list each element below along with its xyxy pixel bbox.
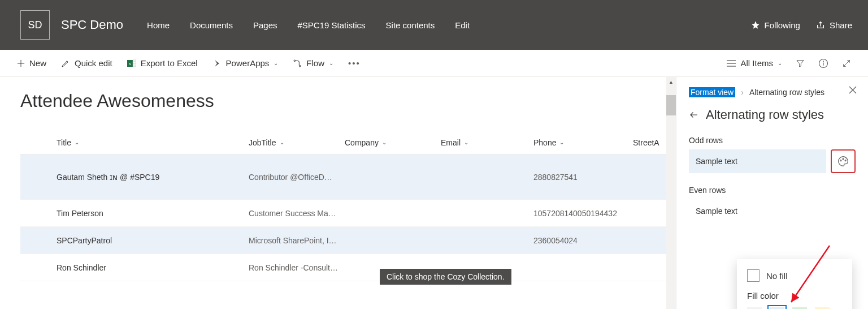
crumb-current: Alternating row styles [749,88,824,97]
chevron-down-icon: ⌄ [75,139,79,145]
even-rows-label: Even rows [689,186,856,195]
back-button[interactable] [689,110,699,120]
ellipsis-icon: ••• [348,58,361,68]
cell-title[interactable]: SPCPartyPatrol [57,236,249,245]
sample-text: Sample text [696,207,737,216]
nav-edit[interactable]: Edit [455,20,470,30]
nav-pages[interactable]: Pages [253,20,277,30]
svg-point-15 [843,158,844,160]
cell-job: Customer Success Ma… [249,209,345,218]
sample-text: Sample text [696,157,737,166]
table-header: Title⌄ JobTitle⌄ Company⌄ Email⌄ Phone⌄ … [20,131,676,154]
col-jobtitle[interactable]: JobTitle⌄ [249,138,345,147]
chevron-right-icon: › [741,88,744,97]
follow-label: Following [765,20,800,30]
col-company[interactable]: Company⌄ [345,138,441,147]
powerapps-icon [212,59,222,68]
powerapps-label: PowerApps [226,58,270,68]
list-icon [727,60,736,67]
crumb-format-view[interactable]: Format view [689,87,735,97]
edit-odd-style-button[interactable] [831,149,856,173]
flow-button[interactable]: Flow ⌄ [293,58,333,68]
odd-rows-label: Odd rows [689,136,856,145]
command-bar: New Quick edit x Export to Excel PowerAp… [0,50,868,77]
col-street[interactable]: StreetA [633,138,667,147]
odd-sample: Sample text [689,149,826,173]
close-icon [849,86,857,94]
cell-title[interactable]: Tim Peterson [57,209,249,218]
page-title: Attendee Awesomeness [20,91,676,111]
share-icon [816,20,825,29]
cell-phone: 2360054024 [533,236,633,245]
table-row[interactable]: Tim Peterson Customer Success Ma… 105720… [20,200,676,227]
arrow-left-icon [689,110,699,120]
site-title[interactable]: SPC Demo [61,18,123,32]
cell-title[interactable]: Gautam Sheth ɪɴ @ #SPC19 [57,173,249,182]
chevron-down-icon: ⌄ [382,139,387,145]
chevron-down-icon: ⌄ [464,139,468,145]
nav-documents[interactable]: Documents [190,20,233,30]
table-row[interactable]: Gautam Sheth ɪɴ @ #SPC19 Contributor @Of… [20,154,676,200]
no-fill-label: No fill [766,271,788,281]
no-fill-option[interactable]: No fill [747,269,842,282]
chevron-down-icon: ⌄ [778,60,782,66]
flow-label: Flow [306,58,324,68]
chevron-down-icon: ⌄ [274,60,278,66]
svg-point-13 [823,61,824,61]
table-row[interactable]: Ron Schindler Ron Schindler -Consult… [20,254,676,281]
fill-color-label: Fill color [747,291,842,301]
plus-icon [17,59,25,67]
cell-title[interactable]: Ron Schindler [57,263,249,272]
scroll-up-icon[interactable]: ▲ [666,77,676,87]
nav-sitecontents[interactable]: Site contents [386,20,435,30]
info-icon[interactable] [818,58,828,68]
col-email[interactable]: Email⌄ [441,138,533,147]
color-picker-popout: No fill Fill color [737,259,852,309]
quick-edit-label: Quick edit [75,58,112,68]
col-phone[interactable]: Phone⌄ [533,138,633,147]
follow-button[interactable]: Following [751,20,800,30]
filter-icon[interactable] [796,59,805,68]
share-button[interactable]: Share [816,20,852,30]
svg-point-14 [840,160,841,161]
new-button[interactable]: New [17,58,46,68]
top-nav: Home Documents Pages #SPC19 Statistics S… [147,20,470,30]
flow-icon [293,59,302,68]
nav-home[interactable]: Home [147,20,170,30]
close-button[interactable] [849,86,857,94]
panel-title: Alternating row styles [706,108,824,122]
view-label: All Items [740,58,773,68]
quick-edit-button[interactable]: Quick edit [61,58,112,68]
cell-job: Microsoft SharePoint, I… [249,236,345,245]
table-row[interactable]: SPCPartyPatrol Microsoft SharePoint, I… … [20,227,676,254]
chevron-down-icon: ⌄ [280,139,284,145]
export-excel-button[interactable]: x Export to Excel [127,58,198,68]
powerapps-button[interactable]: PowerApps ⌄ [212,58,279,68]
site-logo[interactable]: SD [20,10,50,40]
share-label: Share [830,20,852,30]
scrollbar[interactable]: ▲ [666,77,676,309]
col-title[interactable]: Title⌄ [57,138,249,147]
chevron-down-icon: ⌄ [329,60,333,66]
chevron-down-icon: ⌄ [559,139,564,145]
expand-icon[interactable] [842,59,851,68]
svg-point-6 [294,60,296,62]
suite-header: SD SPC Demo Home Documents Pages #SPC19 … [0,0,868,50]
view-selector[interactable]: All Items ⌄ [727,58,782,68]
svg-point-16 [845,160,846,161]
main-content: Attendee Awesomeness Title⌄ JobTitle⌄ Co… [0,77,676,309]
more-button[interactable]: ••• [348,58,361,68]
cell-job: Contributor @OfficeD… [249,173,345,182]
breadcrumb: Format view › Alternating row styles [689,87,856,97]
even-sample: Sample text [689,199,856,223]
cell-phone: 2880827541 [533,173,633,182]
cell-job: Ron Schindler -Consult… [249,263,345,272]
svg-text:x: x [129,61,131,66]
star-icon [751,20,760,29]
palette-icon [837,155,849,168]
nav-statistics[interactable]: #SPC19 Statistics [297,20,365,30]
cell-phone: 1057208140050194432 [533,209,633,218]
scroll-thumb[interactable] [666,95,676,115]
excel-icon: x [127,59,136,68]
no-fill-swatch [747,269,760,282]
